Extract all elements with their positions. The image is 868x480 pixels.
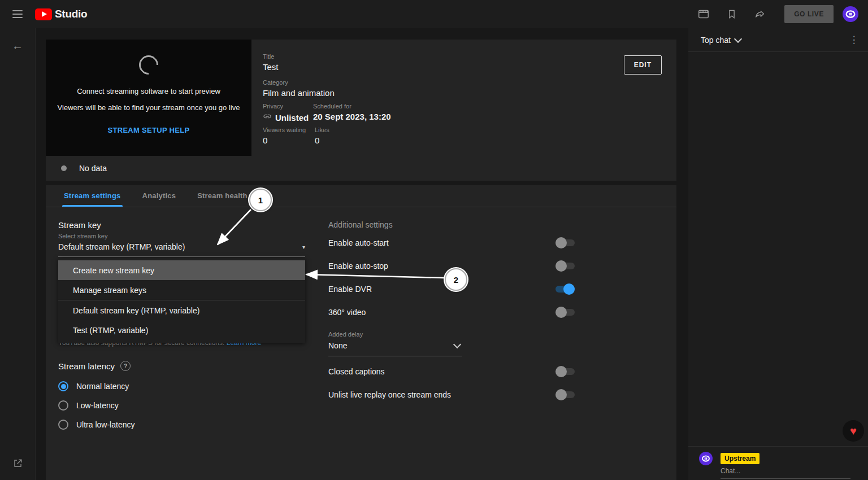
stream-settings-card: Stream settings Analytics Stream health … <box>46 185 676 480</box>
status-text: No data <box>79 164 107 173</box>
toggle-row-unlist-replay: Unlist live replay once stream ends <box>328 383 575 406</box>
share-icon[interactable] <box>753 7 767 21</box>
auto-start-toggle[interactable] <box>555 239 575 246</box>
scheduled-label: Scheduled for <box>313 103 391 110</box>
info-viewers-group: Viewers waiting 0 <box>263 126 306 145</box>
help-icon[interactable]: ? <box>120 361 131 371</box>
loading-spinner-icon <box>135 51 162 78</box>
privacy-label: Privacy <box>263 103 309 110</box>
toggle-row-enable-auto-start: Enable auto-start <box>328 231 575 254</box>
chat-header: Top chat ⋮ <box>688 28 868 52</box>
category-value: Film and animation <box>263 88 335 98</box>
chat-author-badge[interactable]: Upstream <box>721 453 760 464</box>
added-delay-value: None <box>328 341 347 350</box>
category-label: Category <box>263 79 335 86</box>
viewers-waiting-label: Viewers waiting <box>263 126 306 133</box>
viewers-waiting-value: 0 <box>263 136 306 145</box>
stream-key-column: Stream key Select stream key Default str… <box>58 185 305 480</box>
menu-item-manage-stream-keys[interactable]: Manage stream keys <box>58 280 305 300</box>
chevron-down-icon <box>453 341 461 348</box>
stream-status-row: No data <box>46 156 676 181</box>
main-area: Connect streaming software to start prev… <box>35 28 687 480</box>
stream-key-select[interactable]: Select stream key Default stream key (RT… <box>58 233 305 257</box>
top-chat-dropdown[interactable]: Top chat <box>701 36 743 45</box>
360-video-toggle[interactable] <box>555 309 575 316</box>
menu-icon[interactable] <box>0 10 35 18</box>
bookmark-icon[interactable] <box>725 7 739 21</box>
open-in-new-icon[interactable] <box>0 458 35 469</box>
info-privacy-group: Privacy Unlisted <box>263 103 309 123</box>
link-icon <box>263 112 272 123</box>
radio-icon <box>58 420 68 430</box>
stream-overview-card: Connect streaming software to start prev… <box>46 40 676 181</box>
auto-stop-toggle[interactable] <box>555 263 575 269</box>
dropdown-caret-icon: ▾ <box>302 244 305 250</box>
annotation-step-1: 1 <box>249 189 272 211</box>
title-value: Test <box>263 62 279 72</box>
title-label: Title <box>263 53 279 60</box>
menu-item-default-stream-key[interactable]: Default stream key (RTMP, variable) <box>58 300 305 320</box>
info-likes-group: Likes 0 <box>315 126 329 145</box>
edit-button[interactable]: EDIT <box>624 55 662 75</box>
menu-item-create-new-stream-key[interactable]: Create new stream key <box>58 260 305 280</box>
stream-latency-heading: Stream latency <box>58 361 115 371</box>
annotation-step-2: 2 <box>445 268 467 291</box>
scheduled-value: 20 Sept 2023, 13:20 <box>313 112 391 121</box>
stream-key-heading: Stream key <box>58 220 101 230</box>
privacy-value: Unlisted <box>275 113 309 123</box>
latency-options: Normal latency Low-latency Ultra low-lat… <box>58 377 134 434</box>
added-delay-select[interactable]: Added delay None <box>328 331 462 356</box>
go-live-button[interactable]: GO LIVE <box>784 5 834 23</box>
info-category-group: Category Film and animation <box>263 79 335 98</box>
preview-message: Connect streaming software to start prev… <box>77 87 220 95</box>
likes-label: Likes <box>315 126 329 133</box>
heart-icon: ♥ <box>850 425 857 437</box>
stream-preview: Connect streaming software to start prev… <box>46 40 251 156</box>
stream-key-select-label: Select stream key <box>58 233 305 239</box>
chat-message-input[interactable] <box>721 466 850 479</box>
stream-latency-heading-row: Stream latency ? <box>58 361 131 371</box>
likes-value: 0 <box>315 136 329 145</box>
chat-more-options-icon[interactable]: ⋮ <box>847 34 861 46</box>
youtube-studio-logo[interactable]: Studio <box>35 8 87 20</box>
create-video-icon[interactable] <box>697 7 710 21</box>
additional-settings-column: Additional settings Enable auto-start En… <box>328 185 575 480</box>
radio-icon <box>58 400 68 411</box>
radio-low-latency[interactable]: Low-latency <box>58 396 134 415</box>
dvr-toggle[interactable] <box>555 286 575 293</box>
chat-input-divider <box>688 446 868 447</box>
closed-captions-toggle[interactable] <box>555 368 575 375</box>
stream-key-selected-value: Default stream key (RTMP, variable) <box>58 242 185 251</box>
stream-setup-help-link[interactable]: STREAM SETUP HELP <box>108 126 190 134</box>
added-delay-label: Added delay <box>328 331 462 338</box>
topbar: Studio GO LIVE <box>0 0 868 28</box>
account-avatar[interactable] <box>843 6 858 22</box>
info-scheduled-group: Scheduled for 20 Sept 2023, 13:20 <box>313 103 391 121</box>
radio-normal-latency[interactable]: Normal latency <box>58 377 134 396</box>
unlist-replay-toggle[interactable] <box>555 391 575 398</box>
chevron-down-icon <box>734 35 742 43</box>
preview-submessage: Viewers will be able to find your stream… <box>58 103 240 112</box>
left-rail: ← <box>0 28 36 480</box>
chat-user-avatar[interactable] <box>699 452 713 465</box>
live-chat-panel: Top chat ⋮ ♥ Upstream <box>688 28 868 480</box>
radio-ultra-low-latency[interactable]: Ultra low-latency <box>58 415 134 434</box>
toggle-row-360-video: 360° video <box>328 300 575 324</box>
radio-icon <box>58 381 68 391</box>
stream-key-dropdown-menu: Create new stream key Manage stream keys… <box>58 258 305 343</box>
info-title-group: Title Test <box>263 53 279 72</box>
heart-reaction-button[interactable]: ♥ <box>843 420 864 442</box>
status-dot-icon <box>61 165 67 171</box>
additional-settings-heading: Additional settings <box>328 220 393 229</box>
back-arrow-icon[interactable]: ← <box>0 40 35 53</box>
menu-item-test-stream-key[interactable]: Test (RTMP, variable) <box>58 320 305 340</box>
youtube-play-icon <box>35 8 52 20</box>
brand-name: Studio <box>55 8 87 20</box>
toggle-row-closed-captions: Closed captions <box>328 360 575 383</box>
